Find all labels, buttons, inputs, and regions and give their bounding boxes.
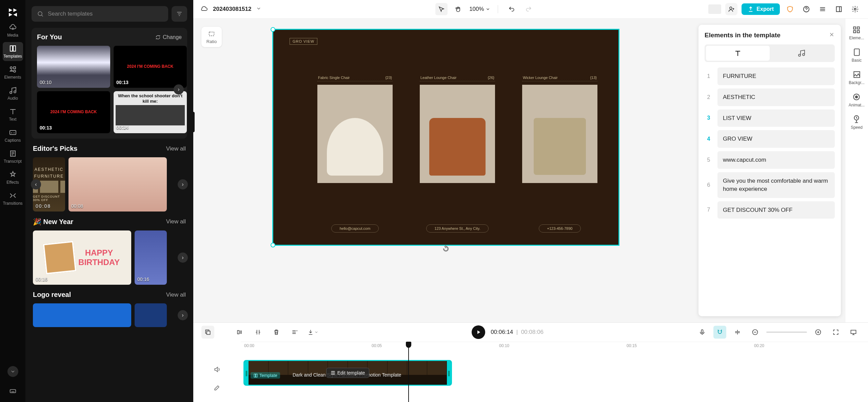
tab-text[interactable] (706, 46, 770, 61)
zoom-slider[interactable] (766, 331, 807, 333)
redo-button[interactable] (522, 3, 535, 15)
element-list-item[interactable]: 6Give you the most comfortable and warm … (705, 172, 835, 198)
rail-background[interactable]: Backgr... (849, 70, 865, 85)
undo-button[interactable] (506, 3, 518, 15)
nav-captions[interactable]: Captions (3, 126, 23, 145)
delete-button[interactable] (270, 326, 283, 339)
nav-audio[interactable]: Audio (3, 84, 23, 103)
play-button[interactable] (472, 325, 485, 339)
ratio-button[interactable]: Ratio (201, 27, 222, 47)
carousel-next-icon[interactable]: › (178, 253, 188, 263)
zoom-in-button[interactable] (812, 326, 825, 339)
app-logo[interactable] (5, 4, 20, 19)
settings-icon[interactable] (849, 3, 861, 15)
duplicate-button[interactable] (201, 326, 214, 339)
template-thumb[interactable]: 2024 I'M COMING BACK00:13 (114, 46, 187, 88)
element-list-item[interactable]: 4GRO VIEW (705, 130, 835, 148)
template-thumb[interactable]: 00:08 (68, 157, 167, 212)
view-all-link[interactable]: View all (166, 145, 186, 152)
element-list-item[interactable]: 5www.capcut.com (705, 151, 835, 169)
template-thumb[interactable]: HAPPYBIRTHDAY 00:16 (33, 230, 131, 285)
help-icon[interactable] (800, 3, 812, 15)
clip-left-handle[interactable]: ‖ (244, 361, 249, 385)
timeline-clip[interactable]: ‖ Template Dark and Clean Style Furnitur… (243, 360, 452, 386)
project-name[interactable]: 202403081512 (213, 6, 251, 13)
template-thumb[interactable]: When the school shooter don't kill me:00… (114, 91, 187, 133)
cut-mode-button[interactable] (731, 326, 744, 339)
canvas[interactable]: GRO VIEW Fabric Single Chair{23} Leather… (272, 29, 619, 246)
new-year-title: 🎉 New Year (33, 218, 73, 226)
view-all-link[interactable]: View all (166, 218, 186, 225)
tab-audio[interactable] (770, 46, 833, 61)
rail-animation[interactable]: Animat... (849, 93, 865, 107)
zoom-out-button[interactable] (749, 326, 762, 339)
timecode: 00:06:14 | 00:08:06 (491, 329, 544, 336)
carousel-next-icon[interactable]: › (178, 310, 188, 320)
nav-text[interactable]: Text (3, 105, 23, 124)
user-avatar[interactable] (708, 4, 721, 14)
split-button[interactable] (252, 326, 264, 339)
timeline-ruler[interactable]: 00:00 00:05 00:10 00:15 00:20 (241, 342, 868, 351)
element-list-item[interactable]: 3LIST VIEW (705, 109, 835, 127)
shield-icon[interactable] (784, 3, 796, 15)
rail-elements[interactable]: Eleme... (849, 25, 864, 40)
nav-templates[interactable]: Templates (3, 42, 23, 61)
nav-transitions[interactable]: Transitions (3, 189, 23, 208)
template-thumb[interactable]: 00:10 (37, 46, 110, 88)
hand-tool-button[interactable] (452, 3, 465, 15)
cloud-icon[interactable] (200, 4, 208, 14)
resize-handle[interactable] (271, 27, 275, 32)
present-button[interactable] (847, 326, 860, 339)
fit-button[interactable] (829, 326, 842, 339)
settings-list-button[interactable] (288, 326, 301, 339)
playhead[interactable] (408, 342, 409, 402)
nav-elements[interactable]: Elements (3, 63, 23, 82)
project-dropdown-icon[interactable] (256, 6, 261, 13)
nav-media[interactable]: Media (3, 21, 23, 40)
carousel-prev-icon[interactable]: ‹ (31, 179, 41, 189)
search-input[interactable]: Search templates (32, 6, 168, 22)
panel-collapse-handle[interactable] (192, 112, 195, 132)
timeline-track-area[interactable]: ‖ Template Dark and Clean Style Furnitur… (241, 351, 868, 402)
add-user-button[interactable] (725, 3, 737, 15)
edit-template-button[interactable]: Edit template (326, 368, 370, 378)
nav-more-button[interactable] (7, 366, 18, 377)
change-button[interactable]: Change (155, 34, 182, 40)
magnet-button[interactable] (713, 326, 726, 339)
nav-effects[interactable]: Effects (3, 168, 23, 187)
zoom-dropdown[interactable]: 100% (469, 6, 490, 13)
element-list-item[interactable]: 7GET DISCOUNT 30% OFF (705, 201, 835, 219)
svg-point-6 (14, 91, 16, 93)
rotate-handle-icon[interactable] (441, 244, 451, 254)
template-thumb[interactable]: 00:16 (135, 230, 167, 285)
element-list-item[interactable]: 2AESTHETIC (705, 88, 835, 106)
export-button[interactable]: Export (742, 3, 780, 15)
carousel-next-icon[interactable]: › (178, 179, 188, 189)
nav-transcript[interactable]: Transcript (3, 147, 23, 166)
keyboard-button[interactable] (7, 386, 18, 397)
panel-layout-icon[interactable] (833, 3, 845, 15)
filter-button[interactable] (172, 6, 187, 22)
carousel-next-icon[interactable]: › (174, 84, 184, 95)
element-list-item[interactable]: 1FURNITURE (705, 67, 835, 85)
canvas-badge: GRO VIEW (290, 38, 317, 45)
template-thumb[interactable] (135, 303, 167, 327)
template-thumb[interactable]: 2024 I'M COMING BACK00:13 (37, 91, 110, 133)
layers-icon[interactable] (816, 3, 829, 15)
clip-right-handle[interactable]: ‖ (447, 361, 451, 385)
mic-button[interactable] (696, 326, 709, 339)
rail-basic[interactable]: Basic (852, 48, 862, 63)
track-audio-toggle[interactable] (211, 363, 223, 376)
template-thumb[interactable] (33, 303, 131, 327)
resize-handle[interactable] (271, 243, 275, 247)
split-left-button[interactable] (233, 326, 246, 339)
view-all-link[interactable]: View all (166, 292, 186, 298)
svg-point-15 (798, 54, 801, 56)
download-button[interactable] (307, 326, 319, 339)
close-button[interactable] (829, 32, 835, 39)
cursor-tool-button[interactable] (435, 3, 448, 15)
contact-pill: hello@capcut.com (331, 224, 379, 233)
track-edit-toggle[interactable] (211, 382, 223, 394)
product-image (522, 85, 597, 183)
rail-speed[interactable]: Speed (851, 115, 863, 130)
